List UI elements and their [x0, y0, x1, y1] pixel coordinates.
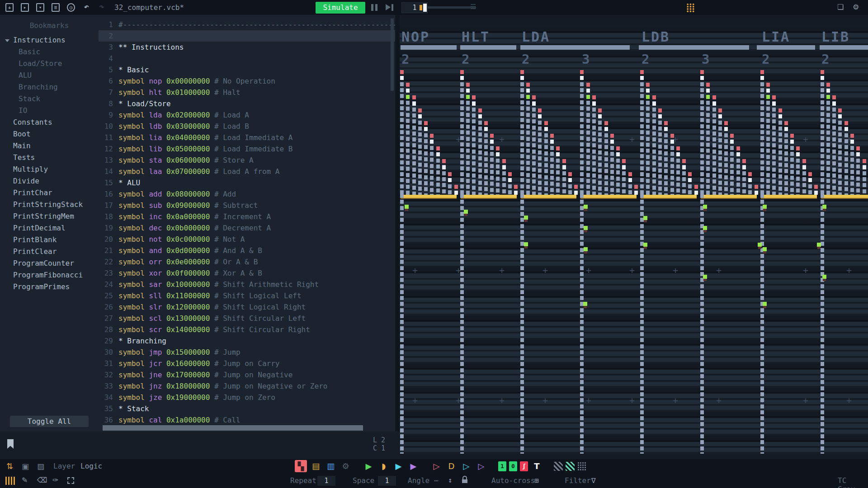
code-line[interactable]: 20symbol not 0x0c000000 # Not A	[99, 234, 395, 245]
code-line[interactable]: 10symbol ldb 0x03000000 # Load B	[99, 121, 395, 132]
sidebar-item-instructions[interactable]: Instructions	[0, 34, 99, 46]
sidebar-item-multiply[interactable]: Multiply	[0, 164, 99, 175]
sidebar-item-basic[interactable]: Basic	[0, 46, 99, 58]
tool-nand-gate[interactable]: D	[445, 460, 458, 472]
code-line[interactable]: 31symbol jcr 0x16000000 # Jump on Carry	[99, 358, 395, 369]
save-as-icon[interactable]: ≡	[52, 3, 60, 12]
code-line[interactable]: 36symbol cal 0x1a000000 # Call	[99, 414, 395, 426]
code-line[interactable]: 4	[99, 53, 395, 64]
component-grid-icon[interactable]	[686, 3, 695, 12]
code-line[interactable]: 12symbol lib 0x05000000 # Load Immediate…	[99, 143, 395, 155]
book-icon[interactable]: ❏	[837, 3, 844, 11]
space-input[interactable]: 1	[378, 476, 396, 486]
layer-bars-icon[interactable]	[5, 477, 15, 485]
layer-alt-view-icon[interactable]: ▨	[37, 462, 44, 471]
collapse-arrow-icon[interactable]	[5, 39, 9, 42]
sidebar-item-branching[interactable]: Branching	[0, 81, 99, 93]
angle-value[interactable]: ⋯	[434, 476, 439, 485]
speed-slider-handle[interactable]	[423, 4, 427, 12]
tool-annotation[interactable]: ▥	[325, 460, 337, 472]
step-icon[interactable]	[386, 4, 391, 10]
tool-mesh[interactable]: ⚙	[340, 460, 352, 472]
tool-filler-gray[interactable]	[554, 462, 563, 471]
code-line[interactable]: 6symbol nop 0x00000000 # No Operation	[99, 75, 395, 87]
sidebar-item-alu[interactable]: ALU	[0, 70, 99, 81]
tool-dot-grid[interactable]	[577, 462, 586, 471]
code-line[interactable]: 9symbol lda 0x02000000 # Load A	[99, 109, 395, 121]
sidebar-item-printstringmem[interactable]: PrintStringMem	[0, 211, 99, 222]
code-line[interactable]: 33symbol jnz 0x18000000 # Jump on Negati…	[99, 380, 395, 392]
repeat-input[interactable]: 1	[317, 476, 335, 486]
code-line[interactable]: 28symbol scr 0x14000000 # Shift Circular…	[99, 324, 395, 335]
code-line[interactable]: 14symbol laa 0x07000000 # Load A from A	[99, 166, 395, 177]
editor-vertical-scrollbar[interactable]	[391, 19, 394, 91]
tool-not-gate[interactable]: ▷	[430, 460, 443, 472]
sidebar-item-printstringstack[interactable]: PrintStringStack	[0, 199, 99, 211]
code-line[interactable]: 17symbol sub 0x09000000 # Subtract	[99, 200, 395, 211]
sidebar-item-main[interactable]: Main	[0, 140, 99, 152]
sidebar-item-constants[interactable]: Constants	[0, 117, 99, 128]
tool-xnor-gate[interactable]: ▷	[475, 460, 487, 472]
sidebar-item-boot[interactable]: Boot	[0, 128, 99, 140]
sidebar-item-divide[interactable]: Divide	[0, 175, 99, 187]
tune-icon[interactable]: ☰	[470, 3, 476, 11]
code-line[interactable]: 16symbol add 0x08000000 # Add	[99, 188, 395, 200]
pause-icon[interactable]	[375, 4, 377, 11]
selection-icon[interactable]	[67, 477, 74, 484]
code-line[interactable]: 11symbol lia 0x04000000 # Load Immediate…	[99, 132, 395, 143]
redo-icon[interactable]: ↷	[98, 3, 106, 12]
circuit-canvas[interactable]: NOPHLTLDALDBLIALIB22232322++++++++++++++…	[400, 15, 868, 459]
code-line[interactable]: 32symbol jne 0x17000000 # Jump on Negati…	[99, 369, 395, 380]
wrench-icon[interactable]: ⚙	[853, 3, 859, 11]
filter-funnel-icon[interactable]: ∇	[591, 476, 596, 485]
sidebar-item-io[interactable]: IO	[0, 105, 99, 117]
code-line[interactable]: 5* Basic	[99, 64, 395, 75]
code-line[interactable]: 18symbol inc 0x0a000000 # Increment A	[99, 211, 395, 222]
pencil-icon[interactable]: ✎	[22, 476, 28, 484]
pause-icon[interactable]	[371, 4, 373, 11]
code-line[interactable]: 19symbol dec 0x0b000000 # Decrement A	[99, 222, 395, 234]
eraser-icon[interactable]: ⌫	[37, 476, 47, 484]
layer-swap-icon[interactable]: ⇅	[6, 461, 13, 471]
tool-and-gate[interactable]: ◗	[377, 460, 390, 472]
direction-icon[interactable]: ↕	[448, 476, 453, 484]
undo-icon[interactable]: ↶	[82, 3, 90, 12]
code-line[interactable]: 7symbol hlt 0x01000000 # Halt	[99, 87, 395, 98]
code-line[interactable]: 30symbol jmp 0x15000000 # Jump	[99, 347, 395, 358]
code-line[interactable]: 27symbol scl 0x13000000 # Shift Circular…	[99, 313, 395, 324]
code-line[interactable]: 34symbol jze 0x19000000 # Jump on Zero	[99, 392, 395, 403]
new-file-icon[interactable]: +	[5, 3, 14, 12]
autocross-icon[interactable]: ⊞	[534, 476, 539, 485]
sidebar-item-programprimes[interactable]: ProgramPrimes	[0, 281, 99, 293]
history-icon[interactable]: ◷	[67, 3, 75, 12]
tool-or-gate[interactable]: ▶	[392, 460, 405, 472]
code-line[interactable]: 1#--------------------------------------…	[99, 19, 395, 30]
code-line[interactable]: 25symbol sll 0x11000000 # Shift Logical …	[99, 290, 395, 301]
tool-nor-gate[interactable]: ▷	[460, 460, 472, 472]
sidebar-item-printblank[interactable]: PrintBlank	[0, 234, 99, 246]
code-line[interactable]: 2	[99, 30, 395, 42]
sidebar-item-printchar[interactable]: PrintChar	[0, 187, 99, 199]
bookmark-icon[interactable]	[7, 439, 14, 449]
editor-horizontal-scrollbar[interactable]	[103, 425, 363, 431]
tool-edit-traces[interactable]: ▚	[295, 460, 307, 472]
sidebar-item-programcounter[interactable]: ProgramCounter	[0, 258, 99, 269]
toggle-all-button[interactable]: Toggle All	[10, 416, 89, 427]
sidebar-item-printclear[interactable]: PrintClear	[0, 246, 99, 258]
save-file-icon[interactable]: ▾	[36, 3, 44, 12]
sidebar-item-load/store[interactable]: Load/Store	[0, 58, 99, 70]
tool-buffer-gate[interactable]: ▶	[363, 460, 375, 472]
code-line[interactable]: 3** Instructions	[99, 42, 395, 53]
sidebar-item-tests[interactable]: Tests	[0, 152, 99, 164]
tool-layers[interactable]: ▤	[310, 460, 322, 472]
tool-latch-on[interactable]: 1	[498, 461, 506, 471]
code-line[interactable]: 15* ALU	[99, 177, 395, 188]
code-line[interactable]: 13symbol sta 0x06000000 # Store A	[99, 155, 395, 166]
tool-filler-teal[interactable]	[566, 462, 575, 471]
code-editor[interactable]: 1#--------------------------------------…	[99, 15, 395, 432]
open-file-icon[interactable]: ▸	[21, 3, 29, 12]
tool-xor-gate[interactable]: ▶	[407, 460, 420, 472]
speed-slider-track[interactable]	[428, 6, 476, 9]
sidebar-item-programfibonacci[interactable]: ProgramFibonacci	[0, 269, 99, 281]
picker-icon[interactable]: ✑	[52, 476, 58, 484]
